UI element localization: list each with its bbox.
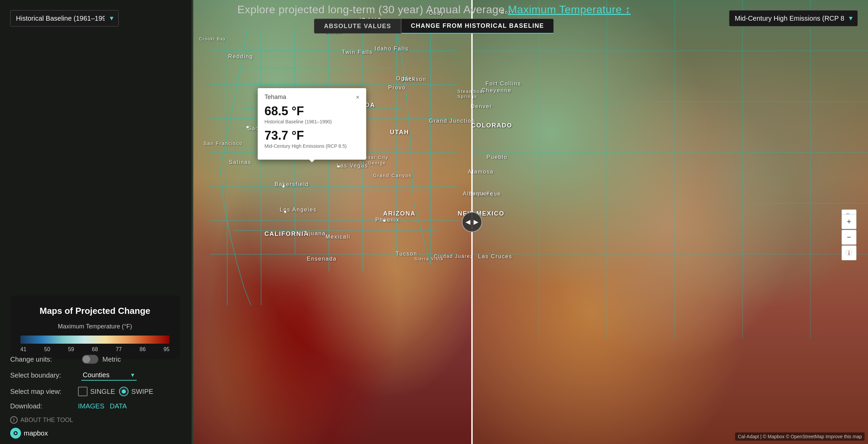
legend-title: Maps of Projected Change [20, 306, 170, 316]
swipe-divider: ◄► [471, 0, 473, 444]
map-view-row: Select map view: SINGLE SWIPE [10, 387, 180, 396]
toggle-knob [83, 356, 90, 363]
swipe-handle-icon: ◄► [464, 217, 480, 227]
units-toggle[interactable] [82, 355, 98, 364]
phoenix-dot [383, 220, 385, 222]
projection-dropdown-wrapper[interactable]: Historical Baseline (1961–1990) Mid-Cent… [729, 10, 858, 26]
units-row: Change units: Metric [10, 355, 180, 364]
bakersfield-dot [282, 185, 284, 187]
popup: Tehama × 68.5 °F Historical Baseline (19… [258, 88, 366, 160]
explore-prefix: Explore projected long-term (30 year) An… [237, 3, 505, 16]
boundary-row: Select boundary: Counties Watersheds Cen… [10, 370, 180, 381]
explore-title: Explore projected long-term (30 year) An… [237, 3, 631, 16]
popup-location: Tehama [264, 94, 286, 101]
legend-label-3: 68 [92, 346, 98, 352]
tab-change[interactable]: CHANGE FROM HISTORICAL BASELINE [401, 19, 554, 34]
download-row: Download: IMAGES DATA [10, 402, 180, 410]
popup-close-button[interactable]: × [356, 94, 359, 100]
variable-link[interactable]: Maximum Temperature ↕ [508, 3, 631, 16]
download-label: Download: [10, 402, 78, 410]
swipe-radio-dot [122, 389, 126, 393]
map-view-label: Select map view: [10, 388, 78, 396]
download-images-link[interactable]: IMAGES [78, 402, 104, 410]
color-bar [20, 336, 170, 344]
single-view-label: SINGLE [90, 388, 115, 396]
left-dropdown-area: Historical Baseline (1961–1990) Early Ce… [0, 0, 192, 26]
legend-subtitle: Maximum Temperature (°F) [20, 323, 170, 330]
popup-header: Tehama × [264, 94, 359, 101]
la-dot [284, 211, 286, 213]
swipe-view-option[interactable]: SWIPE [119, 387, 153, 396]
download-links: IMAGES DATA [78, 402, 127, 410]
zoom-controls: + − [842, 214, 856, 260]
top-header: Explore projected long-term (30 year) An… [237, 0, 631, 37]
mapbox-icon [10, 428, 21, 439]
map-view-options: SINGLE SWIPE [78, 387, 153, 396]
mapbox-logo: mapbox [10, 428, 48, 439]
legend-label-1: 50 [44, 346, 50, 352]
variable-arrow: ↕ [625, 3, 631, 16]
attribution: Cal-Adapt | © Mapbox © OpenStreetMap Imp… [735, 432, 865, 441]
single-view-radio[interactable] [78, 387, 87, 396]
swipe-view-label: SWIPE [131, 388, 153, 396]
compass-button[interactable] [842, 245, 856, 260]
single-view-option[interactable]: SINGLE [78, 387, 115, 396]
legend-labels: 41 50 59 68 77 86 95 [20, 346, 170, 352]
download-data-link[interactable]: DATA [110, 402, 127, 410]
map-right-panel [471, 0, 868, 444]
map-left-panel [193, 0, 471, 444]
units-value: Metric [102, 356, 121, 363]
attribution-text: Cal-Adapt | © Mapbox © OpenStreetMap Imp… [738, 434, 862, 439]
boundary-dropdown[interactable]: Counties Watersheds Census Tracts [81, 370, 137, 381]
zoom-in-button[interactable]: + [842, 214, 856, 229]
baseline-dropdown[interactable]: Historical Baseline (1961–1990) Early Ce… [10, 10, 119, 26]
left-sidebar: Historical Baseline (1961–1990) Early Ce… [0, 0, 192, 444]
controls-panel: Change units: Metric Select boundary: Co… [10, 355, 180, 424]
right-dropdown-area[interactable]: Historical Baseline (1961–1990) Mid-Cent… [729, 10, 858, 26]
boundary-label: Select boundary: [10, 371, 78, 379]
about-row[interactable]: i ABOUT THE TOOL [10, 416, 180, 424]
svg-point-1 [15, 432, 17, 434]
about-label: ABOUT THE TOOL [20, 417, 73, 424]
sacramento-dot [246, 126, 249, 128]
tab-absolute[interactable]: ABSOLUTE VALUES [314, 19, 401, 34]
legend-label-4: 77 [116, 346, 122, 352]
tab-container: ABSOLUTE VALUES CHANGE FROM HISTORICAL B… [237, 19, 631, 34]
legend-label-5: 86 [140, 346, 146, 352]
baseline-dropdown-wrapper[interactable]: Historical Baseline (1961–1990) Early Ce… [10, 10, 119, 26]
legend-label-2: 59 [68, 346, 74, 352]
popup-baseline-temp: 68.5 °F [264, 104, 359, 118]
legend-label-0: 41 [20, 346, 26, 352]
popup-projection-temp: 73.7 °F [264, 128, 359, 143]
projection-dropdown[interactable]: Historical Baseline (1961–1990) Mid-Cent… [729, 10, 858, 26]
popup-baseline-label: Historical Baseline (1961–1990) [264, 119, 359, 124]
legend-panel: Maps of Projected Change Maximum Tempera… [10, 296, 180, 359]
legend-label-6: 95 [163, 346, 170, 352]
popup-projection-label: Mid-Century High Emissions (RCP 8.5) [264, 143, 359, 149]
compass-icon [846, 249, 852, 256]
swipe-handle[interactable]: ◄► [462, 212, 482, 232]
boundary-dropdown-wrapper[interactable]: Counties Watersheds Census Tracts ▼ [81, 370, 137, 381]
variable-label: Maximum Temperature [508, 3, 622, 16]
las-vegas-dot [338, 165, 340, 167]
swipe-view-radio[interactable] [119, 387, 129, 396]
mapbox-text: mapbox [24, 429, 48, 437]
units-label: Change units: [10, 356, 78, 363]
info-icon: i [10, 416, 18, 424]
zoom-out-button[interactable]: − [842, 230, 856, 245]
